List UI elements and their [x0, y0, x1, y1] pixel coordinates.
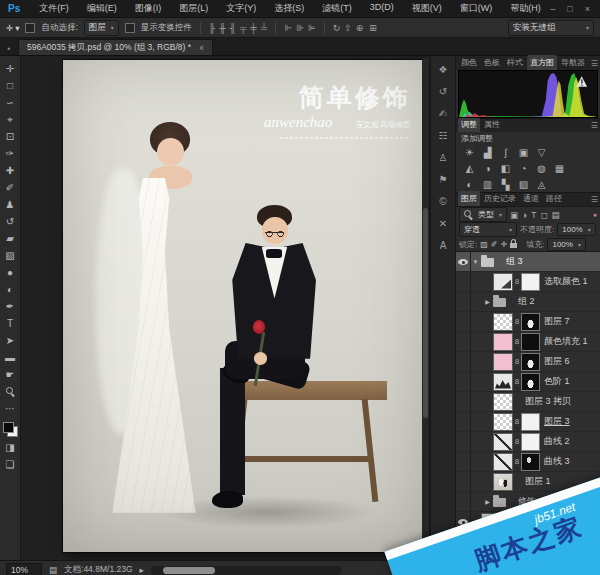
tool-button[interactable]: ⊡	[0, 128, 20, 145]
layer-thumbnail[interactable]	[493, 453, 513, 471]
panel-tab[interactable]: 图层	[458, 191, 480, 206]
layer-thumbnail[interactable]	[493, 353, 513, 371]
color-swatches[interactable]	[3, 422, 18, 437]
dock-panel-icon[interactable]: ©	[439, 196, 446, 208]
layer-name[interactable]: 组 2	[518, 295, 535, 308]
foreground-color-swatch[interactable]	[3, 422, 14, 433]
threed-mode-icon[interactable]: ↻	[333, 23, 341, 33]
dock-panel-icon[interactable]: ❖	[439, 64, 448, 76]
layer-row[interactable]: 8 图层 6	[456, 352, 600, 372]
filter-kind-icon[interactable]: ◑	[522, 210, 527, 220]
filter-kind-icon[interactable]: ◻	[540, 210, 547, 220]
document-tab[interactable]: 596A0035 拷贝.psd @ 10% (组 3, RGB/8) * ×	[18, 39, 213, 55]
workspace-dropdown[interactable]: 安装无缝组 ▾	[508, 20, 594, 36]
adjustment-icon[interactable]: ▦	[554, 163, 565, 174]
menu-item[interactable]: 视图(V)	[403, 2, 451, 15]
quick-mask-button[interactable]: ◨	[0, 439, 20, 456]
layer-mask-thumbnail[interactable]	[521, 353, 540, 371]
lock-all-icon[interactable]	[510, 243, 517, 248]
fill-dropdown[interactable]: 100% ▾	[547, 238, 585, 251]
layer-mask-thumbnail[interactable]	[521, 413, 540, 431]
align-icon[interactable]: ╟	[209, 23, 215, 33]
lock-option-icon[interactable]: ✐	[491, 240, 498, 249]
layer-name[interactable]: 图层 7	[544, 315, 570, 328]
layer-thumbnail[interactable]	[493, 473, 513, 491]
adjustment-icon[interactable]: ◑	[482, 163, 493, 174]
panel-menu-icon[interactable]: ☰	[591, 59, 598, 70]
layer-thumbnail[interactable]	[493, 273, 513, 291]
scrollbar-thumb[interactable]	[163, 567, 215, 574]
layer-name[interactable]: 图层 6	[544, 355, 570, 368]
wedding-photo[interactable]: 简单修饰 anwenchao 安文超 高端修图	[63, 60, 427, 552]
layer-row[interactable]: 8 曲线 2	[456, 432, 600, 452]
adjustment-icon[interactable]: ▥	[482, 179, 493, 190]
layer-row[interactable]: 8 色阶 1	[456, 372, 600, 392]
visibility-eye-icon[interactable]	[456, 252, 471, 271]
tool-button[interactable]: ✐	[0, 179, 20, 196]
panel-menu-icon[interactable]: ☰	[591, 195, 598, 206]
menu-item[interactable]: 图像(I)	[126, 2, 171, 15]
panel-tab[interactable]: 历史记录	[481, 191, 519, 206]
layer-row[interactable]: 8 图层 7	[456, 312, 600, 332]
adjustment-icon[interactable]: ◍	[536, 163, 547, 174]
tool-button[interactable]: ☛	[0, 366, 20, 383]
align-icon[interactable]: ╧	[261, 23, 267, 33]
layer-row[interactable]: ▼ 组 3	[456, 252, 600, 272]
layer-name[interactable]: 图层 1	[525, 475, 551, 488]
filter-toggle-icon[interactable]: ●	[593, 211, 597, 218]
visibility-eye-icon[interactable]	[456, 492, 471, 511]
layer-row[interactable]: 图层 3 拷贝	[456, 392, 600, 412]
panel-menu-icon[interactable]: ☰	[591, 121, 598, 132]
layer-row[interactable]: 8 曲线 3	[456, 452, 600, 472]
canvas-area[interactable]: 简单修饰 anwenchao 安文超 高端修图	[21, 56, 430, 560]
layer-row[interactable]: ▶ 组 2	[456, 292, 600, 312]
filter-kind-icon[interactable]: ▣	[510, 210, 518, 220]
dock-panel-icon[interactable]: ✕	[439, 218, 447, 230]
dock-panel-icon[interactable]: ♙	[439, 152, 448, 164]
layer-row[interactable]: 8 选取颜色 1	[456, 272, 600, 292]
panel-tab[interactable]: 调整	[458, 117, 480, 132]
adjustment-icon[interactable]: ◔	[518, 163, 529, 174]
panel-tab[interactable]: 直方图	[527, 55, 557, 70]
panel-tab[interactable]: 样式	[504, 55, 526, 70]
auto-select-checkbox[interactable]	[25, 23, 35, 33]
status-chevron-icon[interactable]: ▸	[140, 565, 144, 575]
tool-button[interactable]: ◐	[0, 281, 20, 298]
adjustment-icon[interactable]: ∫	[500, 147, 511, 158]
layer-mask-thumbnail[interactable]	[521, 373, 540, 391]
layer-name[interactable]: 图层 3 拷贝	[525, 395, 571, 408]
dock-panel-icon[interactable]: ⚑	[439, 174, 448, 186]
layer-thumbnail[interactable]	[493, 393, 513, 411]
filter-type-dropdown[interactable]: 类型 ▾	[459, 207, 507, 222]
layer-mask-thumbnail[interactable]	[521, 333, 540, 351]
lock-option-icon[interactable]: ✛	[501, 240, 508, 249]
filter-kind-icon[interactable]: T	[531, 210, 536, 220]
menu-item[interactable]: 编辑(E)	[78, 2, 126, 15]
threed-mode-icon[interactable]: ⊕	[356, 23, 364, 33]
layer-thumbnail[interactable]	[493, 298, 506, 307]
layer-mask-thumbnail[interactable]	[521, 433, 540, 451]
tool-button[interactable]: □	[0, 77, 20, 94]
tool-button[interactable]: ▬	[0, 349, 20, 366]
menu-item[interactable]: 3D(D)	[361, 2, 403, 15]
zoom-level-field[interactable]: 10%	[6, 563, 42, 575]
tool-button[interactable]: ▰	[0, 230, 20, 247]
adjustment-icon[interactable]: ◐	[464, 179, 475, 190]
menu-item[interactable]: 窗口(W)	[451, 2, 502, 15]
tool-button[interactable]: ➤	[0, 332, 20, 349]
panel-tab[interactable]: 通道	[520, 191, 542, 206]
dock-panel-icon[interactable]: ↺	[439, 86, 447, 98]
tool-button[interactable]: ⌖	[0, 111, 20, 128]
tool-button[interactable]: ∽	[0, 94, 20, 111]
adjustment-icon[interactable]: ☀	[464, 147, 475, 158]
visibility-eye-icon[interactable]	[456, 432, 471, 451]
menu-item[interactable]: 文字(Y)	[217, 2, 265, 15]
tool-button[interactable]: ✛	[0, 60, 20, 77]
dock-icon[interactable]: ▪	[0, 44, 18, 55]
minimize-button[interactable]: –	[550, 4, 555, 14]
active-tool-badge[interactable]: ✛ ▾	[6, 23, 19, 33]
visibility-eye-icon[interactable]	[456, 312, 471, 331]
show-transform-checkbox[interactable]	[125, 23, 135, 33]
visibility-eye-icon[interactable]	[456, 412, 471, 431]
layer-name[interactable]: 颜色填充 1	[544, 335, 588, 348]
